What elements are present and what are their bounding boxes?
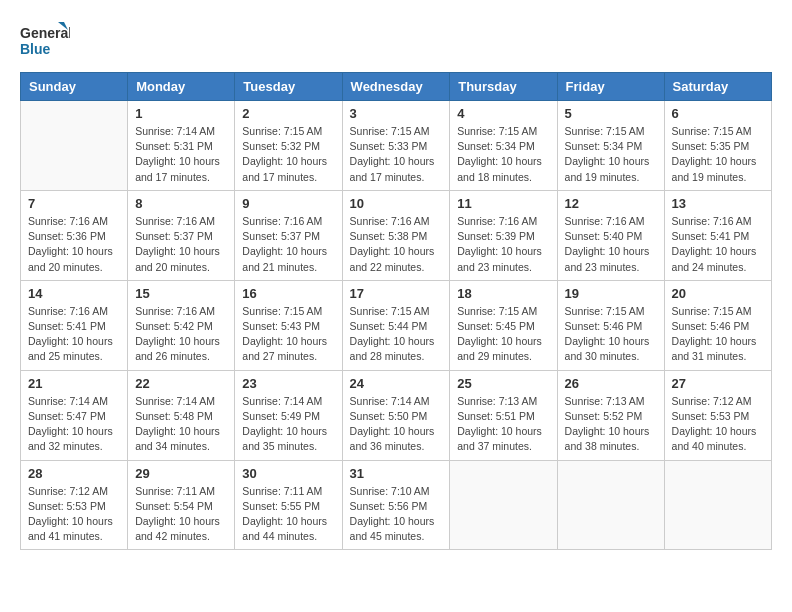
- day-number: 16: [242, 286, 334, 301]
- day-info: Sunrise: 7:12 AM Sunset: 5:53 PM Dayligh…: [672, 394, 764, 455]
- day-number: 24: [350, 376, 443, 391]
- calendar-cell: 27Sunrise: 7:12 AM Sunset: 5:53 PM Dayli…: [664, 370, 771, 460]
- day-info: Sunrise: 7:15 AM Sunset: 5:46 PM Dayligh…: [672, 304, 764, 365]
- day-number: 10: [350, 196, 443, 211]
- day-number: 1: [135, 106, 227, 121]
- logo-svg: General Blue: [20, 20, 70, 62]
- calendar-cell: 26Sunrise: 7:13 AM Sunset: 5:52 PM Dayli…: [557, 370, 664, 460]
- day-number: 11: [457, 196, 549, 211]
- calendar-cell: 20Sunrise: 7:15 AM Sunset: 5:46 PM Dayli…: [664, 280, 771, 370]
- day-number: 4: [457, 106, 549, 121]
- day-info: Sunrise: 7:16 AM Sunset: 5:40 PM Dayligh…: [565, 214, 657, 275]
- calendar-header-sunday: Sunday: [21, 73, 128, 101]
- calendar-cell: 16Sunrise: 7:15 AM Sunset: 5:43 PM Dayli…: [235, 280, 342, 370]
- day-info: Sunrise: 7:14 AM Sunset: 5:47 PM Dayligh…: [28, 394, 120, 455]
- calendar-cell: [450, 460, 557, 550]
- calendar-week-5: 28Sunrise: 7:12 AM Sunset: 5:53 PM Dayli…: [21, 460, 772, 550]
- day-info: Sunrise: 7:13 AM Sunset: 5:52 PM Dayligh…: [565, 394, 657, 455]
- calendar-week-1: 1Sunrise: 7:14 AM Sunset: 5:31 PM Daylig…: [21, 101, 772, 191]
- day-info: Sunrise: 7:16 AM Sunset: 5:36 PM Dayligh…: [28, 214, 120, 275]
- day-info: Sunrise: 7:11 AM Sunset: 5:54 PM Dayligh…: [135, 484, 227, 545]
- calendar-table: SundayMondayTuesdayWednesdayThursdayFrid…: [20, 72, 772, 550]
- day-info: Sunrise: 7:15 AM Sunset: 5:46 PM Dayligh…: [565, 304, 657, 365]
- calendar-header-friday: Friday: [557, 73, 664, 101]
- calendar-cell: 30Sunrise: 7:11 AM Sunset: 5:55 PM Dayli…: [235, 460, 342, 550]
- calendar-header-tuesday: Tuesday: [235, 73, 342, 101]
- day-number: 25: [457, 376, 549, 391]
- day-number: 29: [135, 466, 227, 481]
- day-info: Sunrise: 7:11 AM Sunset: 5:55 PM Dayligh…: [242, 484, 334, 545]
- calendar-cell: 11Sunrise: 7:16 AM Sunset: 5:39 PM Dayli…: [450, 190, 557, 280]
- logo: General Blue: [20, 20, 70, 62]
- day-number: 17: [350, 286, 443, 301]
- header: General Blue: [20, 20, 772, 62]
- calendar-header-saturday: Saturday: [664, 73, 771, 101]
- day-info: Sunrise: 7:16 AM Sunset: 5:41 PM Dayligh…: [672, 214, 764, 275]
- day-info: Sunrise: 7:14 AM Sunset: 5:31 PM Dayligh…: [135, 124, 227, 185]
- day-info: Sunrise: 7:15 AM Sunset: 5:44 PM Dayligh…: [350, 304, 443, 365]
- day-number: 30: [242, 466, 334, 481]
- day-info: Sunrise: 7:13 AM Sunset: 5:51 PM Dayligh…: [457, 394, 549, 455]
- calendar-cell: 1Sunrise: 7:14 AM Sunset: 5:31 PM Daylig…: [128, 101, 235, 191]
- calendar-cell: 3Sunrise: 7:15 AM Sunset: 5:33 PM Daylig…: [342, 101, 450, 191]
- day-info: Sunrise: 7:14 AM Sunset: 5:50 PM Dayligh…: [350, 394, 443, 455]
- calendar-cell: 23Sunrise: 7:14 AM Sunset: 5:49 PM Dayli…: [235, 370, 342, 460]
- day-number: 18: [457, 286, 549, 301]
- day-info: Sunrise: 7:12 AM Sunset: 5:53 PM Dayligh…: [28, 484, 120, 545]
- day-info: Sunrise: 7:14 AM Sunset: 5:48 PM Dayligh…: [135, 394, 227, 455]
- day-number: 22: [135, 376, 227, 391]
- day-info: Sunrise: 7:16 AM Sunset: 5:39 PM Dayligh…: [457, 214, 549, 275]
- page-container: General Blue SundayMondayTuesdayWednesda…: [20, 20, 772, 550]
- calendar-cell: 13Sunrise: 7:16 AM Sunset: 5:41 PM Dayli…: [664, 190, 771, 280]
- calendar-cell: 5Sunrise: 7:15 AM Sunset: 5:34 PM Daylig…: [557, 101, 664, 191]
- calendar-week-4: 21Sunrise: 7:14 AM Sunset: 5:47 PM Dayli…: [21, 370, 772, 460]
- calendar-cell: 17Sunrise: 7:15 AM Sunset: 5:44 PM Dayli…: [342, 280, 450, 370]
- day-info: Sunrise: 7:16 AM Sunset: 5:37 PM Dayligh…: [135, 214, 227, 275]
- calendar-cell: 18Sunrise: 7:15 AM Sunset: 5:45 PM Dayli…: [450, 280, 557, 370]
- day-number: 15: [135, 286, 227, 301]
- day-number: 23: [242, 376, 334, 391]
- day-number: 19: [565, 286, 657, 301]
- calendar-cell: 22Sunrise: 7:14 AM Sunset: 5:48 PM Dayli…: [128, 370, 235, 460]
- calendar-cell: 7Sunrise: 7:16 AM Sunset: 5:36 PM Daylig…: [21, 190, 128, 280]
- day-number: 2: [242, 106, 334, 121]
- calendar-cell: 19Sunrise: 7:15 AM Sunset: 5:46 PM Dayli…: [557, 280, 664, 370]
- calendar-cell: 28Sunrise: 7:12 AM Sunset: 5:53 PM Dayli…: [21, 460, 128, 550]
- day-info: Sunrise: 7:16 AM Sunset: 5:42 PM Dayligh…: [135, 304, 227, 365]
- calendar-header-wednesday: Wednesday: [342, 73, 450, 101]
- calendar-cell: 14Sunrise: 7:16 AM Sunset: 5:41 PM Dayli…: [21, 280, 128, 370]
- day-number: 26: [565, 376, 657, 391]
- day-info: Sunrise: 7:14 AM Sunset: 5:49 PM Dayligh…: [242, 394, 334, 455]
- calendar-cell: 10Sunrise: 7:16 AM Sunset: 5:38 PM Dayli…: [342, 190, 450, 280]
- calendar-week-3: 14Sunrise: 7:16 AM Sunset: 5:41 PM Dayli…: [21, 280, 772, 370]
- day-number: 28: [28, 466, 120, 481]
- calendar-header-thursday: Thursday: [450, 73, 557, 101]
- calendar-week-2: 7Sunrise: 7:16 AM Sunset: 5:36 PM Daylig…: [21, 190, 772, 280]
- calendar-cell: 6Sunrise: 7:15 AM Sunset: 5:35 PM Daylig…: [664, 101, 771, 191]
- day-number: 27: [672, 376, 764, 391]
- day-info: Sunrise: 7:16 AM Sunset: 5:41 PM Dayligh…: [28, 304, 120, 365]
- calendar-cell: 4Sunrise: 7:15 AM Sunset: 5:34 PM Daylig…: [450, 101, 557, 191]
- day-number: 12: [565, 196, 657, 211]
- day-number: 14: [28, 286, 120, 301]
- day-number: 13: [672, 196, 764, 211]
- calendar-cell: 31Sunrise: 7:10 AM Sunset: 5:56 PM Dayli…: [342, 460, 450, 550]
- day-info: Sunrise: 7:15 AM Sunset: 5:33 PM Dayligh…: [350, 124, 443, 185]
- day-number: 8: [135, 196, 227, 211]
- day-info: Sunrise: 7:10 AM Sunset: 5:56 PM Dayligh…: [350, 484, 443, 545]
- day-info: Sunrise: 7:15 AM Sunset: 5:34 PM Dayligh…: [457, 124, 549, 185]
- day-number: 7: [28, 196, 120, 211]
- calendar-cell: [664, 460, 771, 550]
- day-number: 5: [565, 106, 657, 121]
- calendar-cell: 21Sunrise: 7:14 AM Sunset: 5:47 PM Dayli…: [21, 370, 128, 460]
- calendar-cell: 2Sunrise: 7:15 AM Sunset: 5:32 PM Daylig…: [235, 101, 342, 191]
- calendar-header-monday: Monday: [128, 73, 235, 101]
- day-number: 9: [242, 196, 334, 211]
- svg-text:General: General: [20, 25, 70, 41]
- calendar-cell: 9Sunrise: 7:16 AM Sunset: 5:37 PM Daylig…: [235, 190, 342, 280]
- day-info: Sunrise: 7:15 AM Sunset: 5:45 PM Dayligh…: [457, 304, 549, 365]
- day-number: 21: [28, 376, 120, 391]
- svg-text:Blue: Blue: [20, 41, 51, 57]
- calendar-cell: 24Sunrise: 7:14 AM Sunset: 5:50 PM Dayli…: [342, 370, 450, 460]
- calendar-cell: [557, 460, 664, 550]
